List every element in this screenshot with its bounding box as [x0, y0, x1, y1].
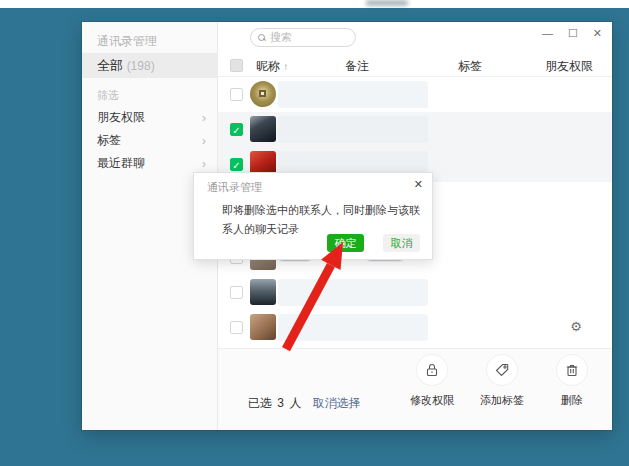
action-label: 添加标签 — [476, 393, 528, 408]
clear-selection-link[interactable]: 取消选择 — [313, 396, 361, 410]
sidebar-item-label: 标签 — [97, 133, 121, 147]
column-header-tag[interactable]: 标签 — [458, 58, 482, 75]
table-row[interactable] — [218, 77, 612, 112]
search-input[interactable]: 搜索 — [250, 28, 356, 47]
selection-summary: 已选 3 人 取消选择 — [248, 395, 361, 412]
sidebar-item-all[interactable]: 全部 (198) — [82, 53, 218, 78]
silhouette-avatar — [250, 279, 276, 305]
trash-icon — [557, 355, 587, 385]
column-header-remark[interactable]: 备注 — [345, 58, 369, 75]
cropped-text-artifact — [366, 0, 408, 6]
footer-bar: 已选 3 人 取消选择 修改权限 — [218, 348, 612, 430]
sidebar-item-tags[interactable]: 标签 › — [82, 129, 218, 152]
modify-permission-button[interactable]: 修改权限 — [406, 355, 458, 408]
sidebar-filter-label: 筛选 — [97, 88, 119, 103]
sidebar-item-friend-permissions[interactable]: 朋友权限 › — [82, 106, 218, 129]
delete-button[interactable]: 删除 — [546, 355, 598, 408]
sidebar-title: 通讯录管理 — [82, 22, 217, 50]
row-checkbox[interactable] — [230, 88, 243, 101]
selected-count: 3 — [277, 396, 284, 410]
dialog-close-icon[interactable]: ✕ — [414, 178, 423, 191]
row-checkbox[interactable]: ✓ — [230, 158, 243, 171]
column-header-nickname[interactable]: 昵称 ↑ — [256, 58, 288, 75]
coin-avatar — [250, 81, 276, 107]
confirm-button[interactable]: 确定 — [327, 234, 364, 252]
dialog-buttons: 确定 取消 — [327, 234, 420, 252]
table-row[interactable]: ✓ — [218, 112, 612, 147]
redacted-name-band — [278, 314, 428, 341]
chevron-right-icon: › — [202, 129, 206, 152]
redacted-name-band — [278, 116, 428, 143]
column-header-friend-permission[interactable]: 朋友权限 — [545, 58, 593, 75]
window-controls: — ☐ ✕ — [542, 26, 602, 40]
action-label: 修改权限 — [406, 393, 458, 408]
delete-confirm-dialog: 通讯录管理 ✕ 即将删除选中的联系人，同时删除与该联系人的聊天记录 确定 取消 — [193, 172, 433, 260]
search-icon — [258, 34, 266, 42]
tag-icon — [487, 355, 517, 385]
screenshot-top-edge — [0, 0, 629, 8]
add-tag-button[interactable]: 添加标签 — [476, 355, 528, 408]
close-button[interactable]: ✕ — [593, 26, 602, 40]
woman-portrait-avatar — [250, 314, 276, 340]
dialog-title: 通讯录管理 — [207, 180, 262, 195]
redacted-name-band — [278, 81, 428, 108]
contacts-manager-window: 通讯录管理 全部 (198) 筛选 朋友权限 › 标签 › 最近群聊 › 搜索 … — [82, 22, 612, 430]
selected-unit: 人 — [289, 396, 301, 410]
table-row[interactable]: ⚙ — [218, 310, 612, 345]
man-portrait-avatar — [250, 116, 276, 142]
footer-actions: 修改权限 添加标签 — [406, 355, 598, 408]
sidebar-item-label: 最近群聊 — [97, 156, 145, 170]
cancel-button[interactable]: 取消 — [383, 234, 420, 252]
row-checkbox[interactable] — [230, 321, 243, 334]
sidebar-item-label: 朋友权限 — [97, 110, 145, 124]
redacted-name-band — [278, 279, 428, 306]
table-row[interactable] — [218, 275, 612, 310]
lock-icon — [417, 355, 447, 385]
gear-icon[interactable]: ⚙ — [570, 319, 582, 335]
chevron-right-icon: › — [202, 106, 206, 129]
action-label: 删除 — [546, 393, 598, 408]
row-checkbox[interactable] — [230, 286, 243, 299]
maximize-button[interactable]: ☐ — [568, 26, 578, 40]
sidebar-all-count: (198) — [127, 59, 155, 73]
sidebar-all-label: 全部 — [97, 58, 123, 73]
select-all-checkbox[interactable] — [230, 59, 243, 72]
sort-asc-icon: ↑ — [283, 61, 288, 72]
row-checkbox[interactable]: ✓ — [230, 123, 243, 136]
minimize-button[interactable]: — — [542, 26, 553, 40]
selected-prefix: 已选 — [248, 396, 272, 410]
table-header: 昵称 ↑ 备注 标签 朋友权限 — [218, 55, 612, 77]
search-placeholder: 搜索 — [270, 30, 292, 45]
